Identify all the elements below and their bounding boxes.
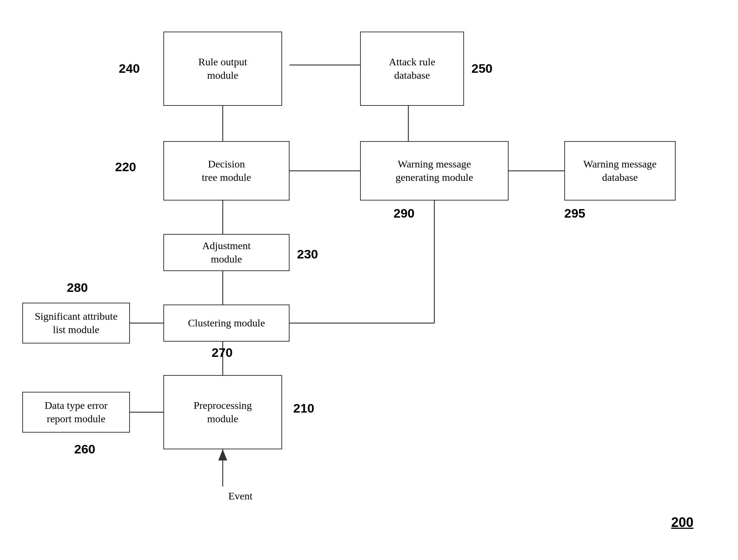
- significant-attr-label: Significant attributelist module: [35, 310, 117, 337]
- label-210: 210: [293, 401, 314, 416]
- attack-rule-db-label: Attack ruledatabase: [389, 55, 435, 82]
- warning-msg-db-label: Warning messagedatabase: [583, 157, 657, 185]
- adjustment-module-box: Adjustmentmodule: [163, 234, 290, 271]
- attack-rule-db-box: Attack ruledatabase: [360, 32, 464, 106]
- svg-marker-5: [218, 449, 227, 460]
- label-260: 260: [74, 442, 95, 456]
- label-250: 250: [471, 61, 493, 76]
- decision-tree-module-label: Decisiontree module: [202, 157, 251, 185]
- label-230: 230: [297, 247, 318, 261]
- label-295: 295: [564, 206, 585, 221]
- event-label: Event: [228, 490, 252, 502]
- warning-msg-db-box: Warning messagedatabase: [564, 141, 676, 201]
- label-280: 280: [67, 280, 88, 295]
- data-type-error-label: Data type errorreport module: [45, 399, 107, 426]
- label-240: 240: [119, 61, 140, 76]
- label-270: 270: [212, 345, 233, 360]
- preprocessing-module-box: Preprocessingmodule: [163, 375, 282, 449]
- label-220: 220: [115, 160, 136, 174]
- warning-msg-gen-label: Warning messagegenerating module: [395, 157, 473, 185]
- data-type-error-box: Data type errorreport module: [22, 392, 130, 433]
- adjustment-module-label: Adjustmentmodule: [202, 239, 251, 266]
- rule-output-module-label: Rule outputmodule: [198, 55, 247, 82]
- label-290: 290: [394, 206, 415, 221]
- figure-number: 200: [671, 515, 693, 530]
- rule-output-module-box: Rule outputmodule: [163, 32, 282, 106]
- preprocessing-module-label: Preprocessingmodule: [193, 399, 252, 426]
- clustering-module-label: Clustering module: [188, 316, 265, 330]
- decision-tree-module-box: Decisiontree module: [163, 141, 290, 201]
- clustering-module-box: Clustering module: [163, 305, 290, 342]
- diagram-container: Rule outputmodule 240 Attack ruledatabas…: [0, 0, 738, 560]
- significant-attr-box: Significant attributelist module: [22, 303, 130, 344]
- warning-msg-gen-box: Warning messagegenerating module: [360, 141, 509, 201]
